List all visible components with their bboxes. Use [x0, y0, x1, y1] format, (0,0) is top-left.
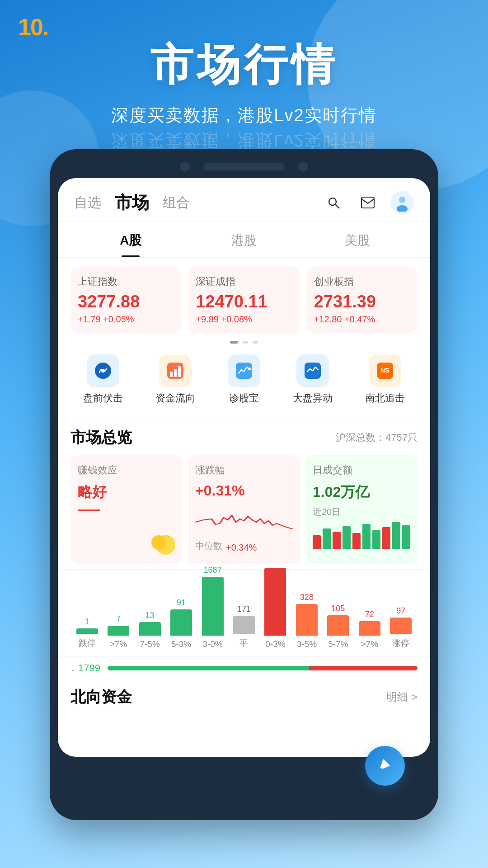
bar-30-value: 1687 — [204, 566, 222, 575]
profit-value: 略好 — [78, 482, 175, 502]
mail-icon — [361, 197, 375, 208]
bar-gt7-up-bar — [359, 621, 380, 636]
bar-gt7-up-label: >7% — [361, 639, 379, 649]
fab-button[interactable] — [365, 746, 405, 786]
north-header: 北向资金 明细 > — [70, 687, 418, 708]
chinext-change: +12.80 +0.47% — [314, 314, 410, 325]
bar-gt7-down-label: >7% — [110, 639, 127, 649]
hero-section: 市场行情 深度买卖数据，港股Lv2实时行情 深度买卖数据，港股Lv2实时行情 — [0, 36, 488, 152]
bar-53-bar — [170, 609, 192, 636]
capital-label: 资金流向 — [155, 392, 195, 405]
vol-bar-9 — [392, 522, 400, 549]
fab-icon — [377, 756, 393, 776]
chinext-title: 创业板指 — [314, 275, 410, 288]
svg-point-3 — [399, 197, 405, 203]
median-value: +0.34% — [226, 542, 257, 553]
down-count: ↓ 1799 — [70, 662, 100, 674]
profit-card[interactable]: 赚钱效应 略好 — [70, 455, 183, 564]
svg-point-4 — [397, 205, 408, 212]
search-icon — [327, 196, 340, 209]
svg-line-1 — [335, 204, 339, 208]
vol-bar-7 — [372, 530, 380, 549]
capital-icon — [159, 354, 192, 387]
shenzhen-title: 深证成指 — [196, 275, 292, 288]
svg-text:N: N — [380, 367, 385, 374]
feature-row: 盘前伏击 资金流向 — [58, 347, 430, 416]
phone-screen: 自选 市场 组合 — [58, 178, 430, 757]
bar-flat-bar — [233, 616, 255, 634]
feature-capital[interactable]: 资金流向 — [155, 354, 195, 405]
mail-button[interactable] — [356, 191, 380, 214]
volume-card[interactable]: 日成交额 1.02万亿 近20日 — [305, 455, 418, 564]
south-north-label: 南北追击 — [365, 392, 405, 405]
market-overview: 市场总览 沪深总数：4757只 赚钱效应 略好 — [58, 416, 430, 569]
profit-indicator — [78, 509, 100, 511]
nav-links: 自选 市场 组合 — [74, 191, 190, 214]
bar-zanting: 97 涨停 — [390, 606, 412, 649]
search-button[interactable] — [322, 191, 345, 214]
nav-market[interactable]: 市场 — [115, 191, 149, 214]
bar-gt7-up: 72 >7% — [359, 610, 380, 649]
bar-03-label: 0-3% — [265, 639, 285, 649]
bar-zanting-bar — [390, 618, 412, 634]
panqian-label: 盘前伏击 — [83, 392, 123, 405]
hero-subtitle: 深度买卖数据，港股Lv2实时行情 — [0, 104, 488, 127]
svg-point-6 — [101, 369, 105, 373]
vol-bar-6 — [362, 524, 371, 549]
bar-57-value: 105 — [331, 604, 345, 613]
nav-portfolio[interactable]: 组合 — [163, 193, 190, 212]
change-subtitle: 涨跌幅 — [195, 463, 293, 477]
median-label: 中位数 — [195, 540, 222, 552]
bar-30-label: 3-0% — [202, 639, 222, 649]
feature-market-move[interactable]: 大盘异动 — [293, 354, 333, 405]
feature-panqian[interactable]: 盘前伏击 — [83, 354, 123, 405]
vol-bar-5 — [352, 533, 361, 549]
tab-a-shares[interactable]: A股 — [74, 222, 188, 257]
change-value: +0.31% — [195, 482, 293, 499]
bottom-bar: ↓ 1799 — [58, 656, 430, 679]
bar-diting-label: 跌停 — [79, 637, 96, 649]
change-median: 中位数 +0.34% — [195, 540, 293, 556]
north-title: 北向资金 — [70, 687, 132, 708]
bar-zanting-value: 97 — [396, 606, 405, 616]
user-avatar[interactable] — [390, 191, 414, 214]
bar-gt7-down: 7 >7% — [108, 614, 129, 649]
up-down-progress — [108, 666, 418, 670]
detail-link[interactable]: 明细 > — [386, 690, 418, 704]
svg-point-18 — [151, 535, 166, 550]
change-card[interactable]: 涨跌幅 +0.31% 中位数 +0.34% — [188, 455, 300, 564]
volume-subtitle: 日成交额 — [313, 463, 410, 477]
stock-tabs: A股 港股 美股 — [58, 222, 430, 258]
sun-decoration — [143, 522, 179, 560]
svg-rect-9 — [174, 369, 177, 377]
bar-53: 91 5-3% — [170, 598, 192, 649]
index-cards: 上证指数 3277.88 +1.79 +0.05% 深证成指 12470.11 … — [58, 258, 430, 337]
volume-note: 近20日 — [313, 506, 410, 518]
volume-bars — [313, 522, 410, 549]
tab-hk-shares[interactable]: 港股 — [188, 222, 301, 257]
feature-south-north[interactable]: N S 南北追击 — [365, 354, 405, 405]
bar-57-label: 5-7% — [328, 639, 348, 649]
bar-30: 1687 3-0% — [202, 566, 224, 649]
phone-frame: 自选 市场 组合 — [50, 149, 438, 820]
svg-rect-2 — [361, 197, 374, 208]
tab-us-shares[interactable]: 美股 — [300, 222, 414, 257]
index-card-shenzhen[interactable]: 深证成指 12470.11 +9.89 +0.08% — [188, 267, 299, 333]
index-card-shanghai[interactable]: 上证指数 3277.88 +1.79 +0.05% — [70, 267, 181, 333]
market-move-label: 大盘异动 — [293, 392, 333, 405]
svg-point-12 — [248, 368, 251, 370]
bar-flat: 171 平 — [233, 604, 255, 649]
bar-30-bar — [202, 577, 224, 636]
index-card-chinext[interactable]: 创业板指 2731.39 +12.80 +0.47% — [307, 267, 418, 333]
north-section: 北向资金 明细 > — [58, 679, 430, 717]
feature-zhengu[interactable]: 诊股宝 — [228, 354, 260, 405]
pagination-dots — [58, 337, 430, 347]
profit-subtitle: 赚钱效应 — [78, 463, 175, 477]
bar-zanting-label: 涨停 — [392, 637, 409, 649]
vol-bar-10 — [402, 525, 410, 549]
vol-bar-2 — [323, 528, 331, 549]
nav-watchlist[interactable]: 自选 — [74, 193, 101, 212]
phone-top-bar — [58, 162, 430, 172]
market-count: 沪深总数：4757只 — [336, 431, 418, 444]
shenzhen-value: 12470.11 — [196, 292, 292, 311]
